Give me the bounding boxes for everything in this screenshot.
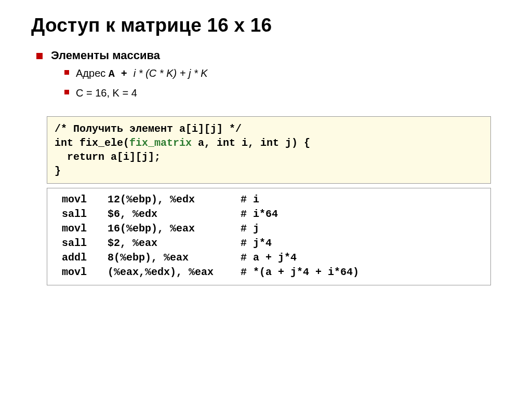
- asm-op: sall: [55, 207, 108, 222]
- asm-row: addl8(%ebp), %eax# a + j*4: [55, 251, 483, 265]
- asm-args: (%eax,%edx), %eax: [108, 265, 241, 280]
- c-line-2a: int fix_ele(: [55, 137, 129, 149]
- asm-op: sall: [55, 236, 108, 251]
- asm-args: 12(%ebp), %edx: [108, 193, 241, 207]
- c-line-3: return a[i][j];: [55, 151, 161, 163]
- asm-op: addl: [55, 251, 108, 265]
- address-code: A +: [109, 68, 134, 80]
- address-rest: i * (C * K) + j * K: [134, 67, 208, 79]
- section-heading: Элементы массива: [51, 49, 160, 62]
- asm-args: $2, %eax: [108, 236, 241, 251]
- asm-row: movl12(%ebp), %edx# i: [55, 193, 483, 207]
- asm-args: 16(%ebp), %eax: [108, 222, 241, 236]
- slide: Доступ к матрице 16 x 16 Элементы массив…: [0, 0, 532, 285]
- bullet-address: Адрес A + i * (C * K) + j * K: [64, 66, 501, 81]
- asm-cmt: # j*4: [241, 236, 483, 251]
- address-prefix: Адрес: [76, 67, 109, 79]
- asm-row: movl16(%ebp), %eax# j: [55, 222, 483, 236]
- asm-cmt: # a + j*4: [241, 251, 483, 265]
- c-code-box: /* Получить элемент a[i][j] */ int fix_e…: [47, 116, 491, 184]
- asm-row: sall$2, %eax# j*4: [55, 236, 483, 251]
- c-line-1: /* Получить элемент a[i][j] */: [55, 123, 242, 135]
- bullet-list-lvl1: Элементы массива Адрес A + i * (C * K) +…: [36, 49, 501, 100]
- asm-op: movl: [55, 222, 108, 236]
- asm-args: 8(%ebp), %eax: [108, 251, 241, 265]
- asm-cmt: # *(a + j*4 + i*64): [241, 265, 483, 280]
- asm-op: movl: [55, 193, 108, 207]
- page-title: Доступ к матрице 16 x 16: [31, 15, 501, 36]
- c-type: fix_matrix: [129, 137, 192, 149]
- bullet-constants: C = 16, K = 4: [64, 86, 501, 100]
- asm-cmt: # i*64: [241, 207, 483, 222]
- bullet-list-lvl2: Адрес A + i * (C * K) + j * K C = 16, K …: [64, 66, 501, 100]
- asm-cmt: # j: [241, 222, 483, 236]
- section-heading-item: Элементы массива Адрес A + i * (C * K) +…: [36, 49, 501, 100]
- asm-row: movl(%eax,%edx), %eax# *(a + j*4 + i*64): [55, 265, 483, 280]
- asm-row: sall$6, %edx# i*64: [55, 207, 483, 222]
- asm-cmt: # i: [241, 193, 483, 207]
- asm-op: movl: [55, 265, 108, 280]
- c-line-2b: a, int i, int j) {: [192, 137, 310, 149]
- asm-args: $6, %edx: [108, 207, 241, 222]
- asm-code-box: movl12(%ebp), %edx# i sall$6, %edx# i*64…: [47, 188, 491, 285]
- c-line-4: }: [55, 165, 61, 177]
